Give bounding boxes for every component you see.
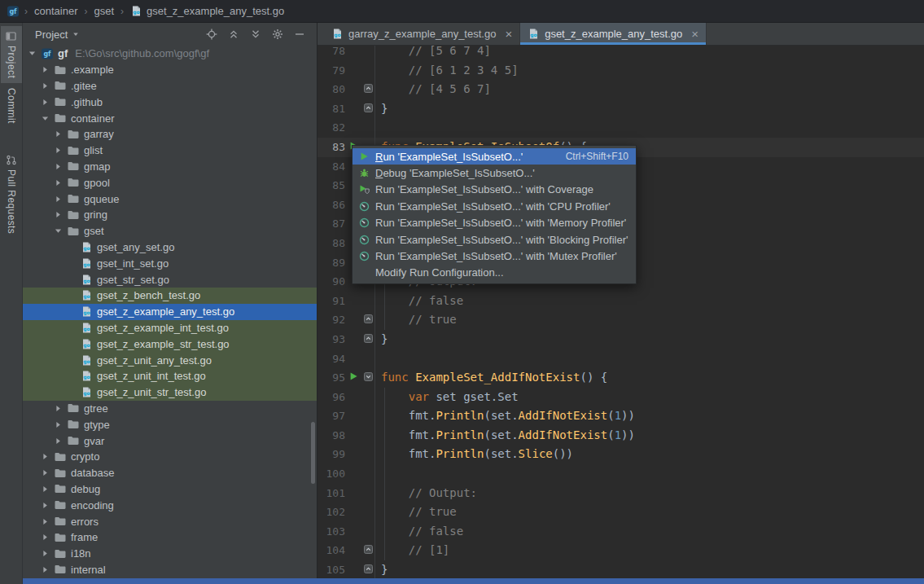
code-line-78[interactable]: 78 // [5 6 7 4] — [317, 46, 924, 61]
chevron-right-icon — [41, 533, 50, 542]
tool-button-pull-requests[interactable]: Pull Requests — [1, 150, 22, 239]
progress-bar — [23, 578, 924, 584]
fold-up-icon — [364, 334, 373, 343]
fold-marker[interactable] — [364, 560, 373, 580]
popup-menu-item[interactable]: Run 'ExampleSet_IsSubsetO...' with 'Memo… — [353, 215, 636, 231]
tree-folder-.example[interactable]: .example — [23, 62, 317, 78]
close-tab-icon[interactable]: × — [505, 28, 512, 40]
tree-folder-gqueue[interactable]: gqueue — [23, 191, 317, 207]
breadcrumb-item[interactable]: gogset_z_example_any_test.go — [129, 5, 286, 17]
editor-tab-gset_z_example_any_test.go[interactable]: gogset_z_example_any_test.go× — [520, 23, 707, 45]
line-number: 105 — [317, 560, 345, 580]
fold-marker[interactable] — [364, 99, 373, 119]
fold-marker[interactable] — [364, 541, 373, 560]
popup-menu-item[interactable]: Run 'ExampleSet_IsSubsetO...'Ctrl+Shift+… — [353, 148, 636, 165]
tree-folder-encoding[interactable]: encoding — [23, 497, 317, 513]
line-number: 91 — [317, 292, 345, 311]
tree-file-gset_z_unit_any_test.go[interactable]: gogset_z_unit_any_test.go — [23, 352, 317, 368]
run-test-button[interactable] — [348, 368, 358, 388]
code-line-93[interactable]: 93} — [317, 330, 924, 349]
folder-icon — [54, 498, 67, 512]
tree-file-gset_int_set.go[interactable]: gogset_int_set.go — [23, 255, 317, 271]
collapse-all-button[interactable] — [228, 29, 239, 40]
tree-folder-glist[interactable]: glist — [23, 143, 317, 159]
tree-folder-gmap[interactable]: gmap — [23, 159, 317, 175]
breadcrumb-item[interactable]: container — [33, 5, 79, 17]
tool-button-commit[interactable]: Commit — [1, 83, 22, 129]
tree-folder-errors[interactable]: errors — [23, 513, 317, 529]
tree-folder-database[interactable]: database — [23, 465, 317, 481]
tree-folder-gset[interactable]: gset — [23, 223, 317, 239]
tree-folder-.gitee[interactable]: .gitee — [23, 78, 317, 94]
tree-file-gset_str_set.go[interactable]: gogset_str_set.go — [23, 271, 317, 288]
popup-menu-item[interactable]: Run 'ExampleSet_IsSubsetO...' with 'CPU … — [353, 198, 636, 214]
tree-file-gset_z_example_int_test.go[interactable]: gogset_z_example_int_test.go — [23, 320, 317, 336]
fold-marker[interactable] — [364, 310, 373, 330]
code-line-103[interactable]: 103 // false — [317, 522, 924, 542]
project-scrollbar-thumb[interactable] — [311, 422, 315, 484]
code-line-79[interactable]: 79 // [6 1 2 3 4 5] — [317, 61, 924, 81]
profiler-icon — [359, 217, 370, 228]
gear-button[interactable] — [272, 29, 283, 40]
tree-folder-gtype[interactable]: gtype — [23, 416, 317, 433]
line-number: 88 — [317, 234, 345, 253]
breadcrumb-item[interactable]: gset — [92, 5, 116, 17]
expand-all-button[interactable] — [250, 29, 261, 40]
popup-menu-item[interactable]: Run 'ExampleSet_IsSubsetO...' with 'Mute… — [353, 248, 636, 264]
locate-button[interactable] — [206, 29, 217, 40]
code-line-104[interactable]: 104 // [1] — [317, 541, 924, 560]
tree-folder-i18n[interactable]: i18n — [23, 546, 317, 562]
popup-menu-item[interactable]: Modify Run Configuration... — [353, 265, 636, 281]
code-line-80[interactable]: 80 // [4 5 6 7] — [317, 80, 924, 99]
tree-file-gset_z_example_any_test.go[interactable]: gogset_z_example_any_test.go — [23, 304, 317, 320]
fold-marker[interactable] — [364, 368, 373, 388]
editor-tab-garray_z_example_any_test.go[interactable]: gogarray_z_example_any_test.go× — [324, 23, 520, 45]
code-line-100[interactable]: 100 — [317, 464, 924, 484]
ide-window: gf›container›gset›gogset_z_example_any_t… — [0, 0, 924, 584]
folder-icon — [54, 64, 67, 77]
tree-folder-gtree[interactable]: gtree — [23, 401, 317, 417]
code-line-91[interactable]: 91 // false — [317, 292, 924, 311]
tree-file-gset_z_example_str_test.go[interactable]: gogset_z_example_str_test.go — [23, 336, 317, 352]
tree-folder-crypto[interactable]: crypto — [23, 449, 317, 465]
tree-folder-gvar[interactable]: gvar — [23, 433, 317, 449]
code-line-92[interactable]: 92 // true — [317, 310, 924, 330]
tree-file-gset_z_bench_test.go[interactable]: gogset_z_bench_test.go — [23, 288, 317, 304]
tree-folder-garray[interactable]: garray — [23, 126, 317, 143]
fold-marker[interactable] — [364, 330, 373, 349]
code-line-105[interactable]: 105} — [317, 560, 924, 580]
code-line-96[interactable]: 96 var set gset.Set — [317, 388, 924, 407]
popup-menu-item[interactable]: Run 'ExampleSet_IsSubsetO...' with 'Bloc… — [353, 231, 636, 248]
tree-folder-internal[interactable]: internal — [23, 562, 317, 578]
tree-folder-debug[interactable]: debug — [23, 481, 317, 498]
tree-folder-.github[interactable]: .github — [23, 94, 317, 110]
code-line-102[interactable]: 102 // true — [317, 503, 924, 522]
hide-button[interactable] — [294, 29, 305, 40]
code-line-95[interactable]: 95func ExampleSet_AddIfNotExist() { — [317, 368, 924, 388]
tree-folder-frame[interactable]: frame — [23, 529, 317, 546]
code-line-97[interactable]: 97 fmt.Println(set.AddIfNotExist(1)) — [317, 406, 924, 426]
tree-folder-gring[interactable]: gring — [23, 207, 317, 223]
code-line-101[interactable]: 101 // Output: — [317, 484, 924, 503]
code-line-99[interactable]: 99 fmt.Println(set.Slice()) — [317, 445, 924, 464]
project-logo[interactable]: gf — [7, 5, 20, 18]
tool-button-project[interactable]: Project — [1, 26, 22, 83]
popup-menu-item[interactable]: Debug 'ExampleSet_IsSubsetO...' — [353, 165, 636, 181]
fold-marker[interactable] — [364, 80, 373, 99]
popup-menu-item[interactable]: Run 'ExampleSet_IsSubsetO...' with Cover… — [353, 182, 636, 198]
code-area[interactable]: 78 // [5 6 7 4]79 // [6 1 2 3 4 5]80 // … — [317, 46, 924, 584]
caret-down-icon[interactable] — [72, 30, 80, 38]
close-tab-icon[interactable]: × — [691, 28, 698, 40]
code-line-98[interactable]: 98 fmt.Println(set.AddIfNotExist(1)) — [317, 426, 924, 446]
tree-folder-gf[interactable]: gfgfE:\Go\src\github.com\gogf\gf — [23, 46, 317, 62]
tree-file-gset_z_unit_str_test.go[interactable]: gogset_z_unit_str_test.go — [23, 384, 317, 401]
code-line-94[interactable]: 94 — [317, 349, 924, 369]
tree-folder-gpool[interactable]: gpool — [23, 174, 317, 191]
tree-folder-container[interactable]: container — [23, 110, 317, 126]
code-line-81[interactable]: 81} — [317, 99, 924, 119]
tree-file-gset_z_unit_int_test.go[interactable]: gogset_z_unit_int_test.go — [23, 368, 317, 384]
code-line-82[interactable]: 82 — [317, 118, 924, 138]
line-number: 92 — [317, 310, 345, 330]
tree-file-gset_any_set.go[interactable]: gogset_any_set.go — [23, 239, 317, 256]
project-panel-title[interactable]: Project — [35, 29, 68, 41]
